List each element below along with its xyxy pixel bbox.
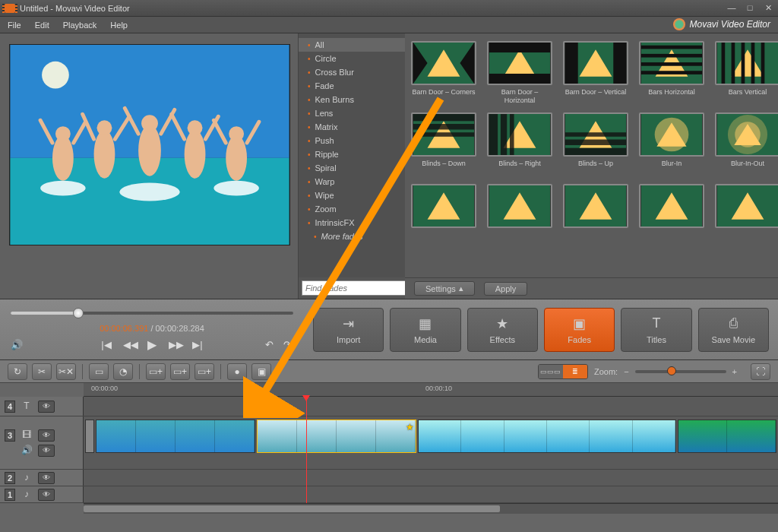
category-circle[interactable]: Circle	[299, 52, 405, 65]
seek-slider[interactable]	[11, 304, 293, 322]
menu-edit[interactable]: Edit	[35, 21, 49, 30]
volume-icon[interactable]: 🔊	[11, 339, 23, 350]
tab-fades[interactable]: ▣Fades	[544, 308, 615, 352]
category-fade[interactable]: Fade	[299, 79, 405, 93]
track-1-lane[interactable]	[84, 486, 778, 502]
fade-placeholder-4[interactable]	[639, 184, 704, 228]
category-matrix[interactable]: Matrix	[299, 120, 405, 134]
zoom-in-button[interactable]: +	[732, 367, 737, 376]
timeline-ruler[interactable]: 00:00:00 00:00:10	[84, 383, 778, 397]
svg-rect-40	[641, 46, 702, 49]
category-all[interactable]: All	[299, 38, 405, 52]
tool-rotate[interactable]: ↻	[8, 363, 27, 380]
track-2-visibility[interactable]: 👁	[38, 472, 55, 484]
fade-blinds-down[interactable]: Blinds – Down	[411, 112, 476, 176]
track-3-lane[interactable]: Freedom.png (0:00:05) ★ Friends.jpg (0:0…	[84, 416, 778, 469]
menu-playback[interactable]: Playback	[63, 21, 97, 30]
undo-button[interactable]: ↶	[263, 339, 275, 350]
view-timeline[interactable]: ≣	[563, 365, 587, 378]
fullscreen-button[interactable]: ⛶	[751, 363, 770, 380]
minimize-button[interactable]: —	[726, 3, 737, 14]
fade-placeholder-5[interactable]	[715, 184, 778, 228]
svg-point-23	[40, 181, 86, 196]
fade-placeholder-2[interactable]	[487, 184, 552, 228]
category-warp[interactable]: Warp	[299, 175, 405, 188]
fade-blur-in[interactable]: Blur-In	[639, 112, 704, 176]
track-3-video-visibility[interactable]: 👁	[38, 429, 55, 442]
fade-marker-start[interactable]	[85, 420, 94, 453]
video-preview[interactable]	[9, 44, 290, 245]
tab-effects[interactable]: ★Effects	[467, 308, 538, 352]
category-cross-blur[interactable]: Cross Blur	[299, 65, 405, 79]
rewind-button[interactable]: ◀◀	[123, 339, 135, 350]
svg-rect-48	[742, 43, 745, 84]
clip-freedom[interactable]: Freedom.png (0:00:05)	[96, 420, 255, 453]
fade-blinds-right[interactable]: Blinds – Right	[487, 112, 552, 176]
clip-summer[interactable]: Summer.mp4 (0:00:08)	[418, 420, 676, 453]
category-ripple[interactable]: Ripple	[299, 147, 405, 161]
track-2-lane[interactable]	[84, 470, 778, 486]
fade-barn-door-vertical[interactable]: Barn Door – Vertical	[563, 41, 628, 105]
category-intrinsicfx[interactable]: IntrinsicFX	[299, 216, 405, 230]
track-4-visibility[interactable]: 👁	[38, 401, 55, 413]
view-storyboard[interactable]: ▭▭▭	[539, 365, 563, 378]
fade-blur-in-out[interactable]: Blur-In-Out	[715, 112, 778, 176]
category-spiral[interactable]: Spiral	[299, 161, 405, 175]
tool-add-2[interactable]: ▭+	[170, 363, 190, 380]
settings-button[interactable]: Settings▴	[414, 281, 475, 296]
svg-rect-53	[413, 114, 474, 121]
zoom-out-button[interactable]: −	[624, 367, 628, 376]
prev-button[interactable]: |◀	[100, 339, 112, 350]
svg-point-6	[97, 120, 112, 135]
timeline-scrollbar[interactable]	[84, 503, 778, 514]
track-4-lane[interactable]	[84, 397, 778, 416]
tool-duration[interactable]: ◔	[113, 363, 133, 380]
fade-bars-horizontal[interactable]: Bars Horizontal	[639, 41, 704, 105]
category-zoom[interactable]: Zoom	[299, 202, 405, 216]
preview-image	[10, 45, 289, 245]
category-push[interactable]: Push	[299, 134, 405, 147]
tool-split[interactable]: ✂	[32, 363, 52, 380]
redo-button[interactable]: ↷	[281, 339, 293, 350]
fade-bars-vertical[interactable]: Bars Vertical	[715, 41, 778, 105]
tab-save-movie[interactable]: ⎙Save Movie	[698, 308, 769, 352]
find-fades-input[interactable]	[302, 280, 415, 296]
playhead[interactable]	[306, 397, 307, 503]
tool-record[interactable]: ●	[227, 363, 247, 380]
forward-button[interactable]: ▶▶	[169, 339, 181, 350]
fade-barn-door-corners[interactable]: Barn Door – Corners	[411, 41, 476, 105]
apply-button[interactable]: Apply	[484, 282, 528, 296]
tool-capture[interactable]: ▣	[251, 363, 271, 380]
maximize-button[interactable]: □	[745, 3, 755, 14]
category-lens[interactable]: Lens	[299, 106, 405, 120]
svg-rect-33	[489, 74, 550, 84]
track-3-audio-visibility[interactable]: 👁	[38, 445, 55, 457]
fade-barn-door-horizontal[interactable]: Barn Door – Horizontal	[487, 41, 552, 105]
fade-placeholder-1[interactable]	[411, 184, 476, 228]
category-ken-burns[interactable]: Ken Burns	[299, 93, 405, 106]
close-button[interactable]: ✕	[763, 3, 773, 14]
save-icon: ⎙	[729, 315, 738, 332]
tool-add-1[interactable]: ▭+	[146, 363, 166, 380]
fade-blinds-up[interactable]: Blinds – Up	[563, 112, 628, 176]
menu-help[interactable]: Help	[110, 21, 128, 30]
zoom-slider[interactable]	[635, 370, 726, 373]
fade-placeholder-3[interactable]	[563, 184, 628, 228]
svg-point-3	[52, 135, 74, 181]
clip-friends[interactable]: ★ Friends.jpg (0:00:05)	[257, 420, 416, 453]
tool-add-3[interactable]: ▭+	[194, 363, 214, 380]
clip-swi[interactable]: Swi	[678, 420, 776, 453]
tab-media[interactable]: ▦Media	[390, 308, 460, 352]
tool-crop[interactable]: ▭	[89, 363, 109, 380]
track-1-visibility[interactable]: 👁	[38, 489, 55, 501]
track-2-number: 2	[5, 472, 15, 484]
track-video-icon: 🎞	[20, 429, 33, 442]
category-more-fades[interactable]: More fades	[299, 230, 405, 243]
menu-file[interactable]: File	[8, 21, 21, 30]
tab-import[interactable]: ⇥Import	[313, 308, 384, 352]
play-button[interactable]: ▶	[146, 337, 158, 352]
next-button[interactable]: ▶|	[191, 339, 204, 350]
tab-titles[interactable]: TTitles	[621, 308, 691, 352]
tool-cut[interactable]: ✂✕	[56, 363, 76, 380]
category-wipe[interactable]: Wipe	[299, 188, 405, 202]
